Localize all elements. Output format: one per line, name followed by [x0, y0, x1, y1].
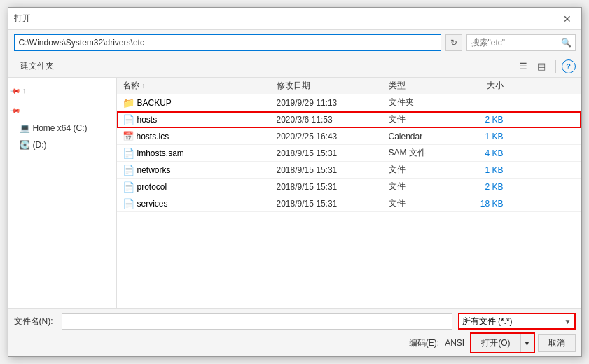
- folder-icon: 📁: [123, 97, 134, 108]
- file-icon: 📄: [123, 114, 134, 125]
- file-icon: 📄: [123, 198, 134, 209]
- file-name-text: hosts: [137, 115, 158, 125]
- file-type-cell: 文件: [383, 164, 453, 176]
- help-button[interactable]: ?: [562, 59, 576, 74]
- file-name-cell: 📄 services: [117, 198, 271, 209]
- view-list-button[interactable]: ☰: [515, 58, 532, 75]
- file-list-header: 名称 ↑ 修改日期 类型 大小: [117, 78, 581, 94]
- open-dialog: 打开 ✕ ↻ 🔍 建文件夹 ☰ ▤ ? 📌 ↑ 📌: [8, 7, 582, 357]
- title-bar: 打开 ✕: [8, 8, 581, 30]
- file-name-cell: 📅 hosts.ics: [117, 131, 271, 141]
- table-row[interactable]: 📄 networks 2018/9/15 15:31 文件 1 KB: [117, 162, 581, 178]
- pin-icon: 📌: [9, 85, 20, 96]
- main-content: 📌 ↑ 📌 💻 Home x64 (C:) 💽 (D:) 名称 ↑: [8, 78, 581, 308]
- toolbar-divider: [555, 60, 556, 73]
- search-icon: 🔍: [558, 34, 575, 51]
- file-icon: 📄: [123, 181, 134, 192]
- file-date-cell: 2018/9/15 15:31: [271, 182, 383, 192]
- dialog-title: 打开: [14, 13, 31, 24]
- sort-arrow-icon: ↑: [142, 82, 146, 90]
- file-name-text: BACKUP: [137, 98, 172, 108]
- file-size-cell: 1 KB: [453, 165, 509, 175]
- drive-d-icon: 💽: [20, 140, 30, 150]
- file-icon: 📄: [123, 164, 134, 176]
- file-rows-container: 📁 BACKUP 2019/9/29 11:13 文件夹 📄 hosts 202…: [117, 94, 581, 212]
- sidebar-pin-area: 📌 ↑: [8, 80, 116, 100]
- drive-c-icon: 💻: [20, 123, 30, 133]
- table-row[interactable]: 📄 services 2018/9/15 15:31 文件 18 KB: [117, 195, 581, 212]
- calendar-icon: 📅: [123, 131, 134, 141]
- table-row[interactable]: 📄 hosts 2020/3/6 11:53 文件 2 KB: [117, 111, 581, 128]
- pin-icon2: 📌: [9, 104, 20, 115]
- file-list-container: 名称 ↑ 修改日期 类型 大小 📁 BACKUP 2019/9/29 11:13…: [117, 78, 581, 308]
- sidebar: 📌 ↑ 📌 💻 Home x64 (C:) 💽 (D:): [8, 78, 117, 308]
- filetype-select-wrapper[interactable]: 所有文件 (*.*) ▼: [458, 313, 576, 330]
- address-bar: ↻ 🔍: [8, 30, 581, 55]
- file-name-cell: 📄 hosts: [117, 114, 271, 125]
- file-icon: 📄: [123, 148, 134, 159]
- encoding-value: ANSI: [445, 338, 464, 348]
- file-name-text: protocol: [137, 182, 167, 192]
- open-dropdown-arrow[interactable]: ▼: [521, 334, 534, 352]
- file-name-text: hosts.ics: [137, 132, 169, 141]
- toolbar: 建文件夹 ☰ ▤ ?: [8, 55, 581, 78]
- file-type-cell: 文件: [383, 113, 453, 125]
- file-name-text: networks: [137, 165, 171, 175]
- filetype-dropdown-arrow: ▼: [564, 318, 574, 326]
- file-date-cell: 2018/9/15 15:31: [271, 199, 383, 209]
- file-type-cell: 文件: [383, 181, 453, 192]
- bottom-area: 文件名(N): 所有文件 (*.*) ▼ 编码(E): ANSI 打开(O) ▼…: [8, 308, 581, 356]
- file-size-cell: 2 KB: [453, 115, 509, 125]
- drive-d-label: (D:): [33, 140, 47, 150]
- new-folder-button[interactable]: 建文件夹: [14, 58, 60, 75]
- col-date-header[interactable]: 修改日期: [271, 80, 383, 92]
- file-type-cell: 文件: [383, 197, 453, 209]
- file-size-cell: 18 KB: [453, 199, 509, 209]
- cancel-button[interactable]: 取消: [538, 334, 576, 352]
- open-button-wrapper: 打开(O) ▼: [470, 332, 534, 354]
- refresh-button[interactable]: ↻: [445, 34, 462, 51]
- file-name-text: lmhosts.sam: [137, 148, 184, 158]
- filename-input[interactable]: [62, 313, 452, 330]
- open-button[interactable]: 打开(O): [471, 334, 520, 352]
- view-buttons: ☰ ▤: [515, 58, 550, 75]
- file-name-cell: 📄 protocol: [117, 181, 271, 192]
- filename-label: 文件名(N):: [14, 316, 56, 328]
- table-row[interactable]: 📅 hosts.ics 2020/2/25 16:43 Calendar 1 K…: [117, 128, 581, 145]
- file-name-cell: 📁 BACKUP: [117, 97, 271, 108]
- encoding-row: 编码(E): ANSI 打开(O) ▼ 取消: [14, 332, 576, 354]
- sidebar-item-c-drive[interactable]: 💻 Home x64 (C:): [8, 120, 116, 136]
- file-size-cell: 4 KB: [453, 148, 509, 158]
- sidebar-item-d-drive[interactable]: 💽 (D:): [8, 136, 116, 153]
- view-details-button[interactable]: ▤: [533, 58, 550, 75]
- filename-row: 文件名(N): 所有文件 (*.*) ▼: [14, 313, 576, 330]
- file-size-cell: 1 KB: [453, 132, 509, 141]
- file-date-cell: 2020/2/25 16:43: [271, 132, 383, 141]
- sidebar-pin-area2: 📌: [8, 100, 116, 120]
- file-type-cell: 文件夹: [383, 97, 453, 108]
- file-name-cell: 📄 networks: [117, 164, 271, 176]
- file-date-cell: 2018/9/15 15:31: [271, 165, 383, 175]
- search-input[interactable]: [467, 38, 558, 48]
- title-bar-left: 打开: [14, 13, 31, 24]
- file-type-cell: SAM 文件: [383, 147, 453, 159]
- file-name-cell: 📄 lmhosts.sam: [117, 148, 271, 159]
- address-input[interactable]: [14, 34, 441, 51]
- col-size-header[interactable]: 大小: [453, 80, 509, 92]
- table-row[interactable]: 📄 protocol 2018/9/15 15:31 文件 2 KB: [117, 178, 581, 195]
- table-row[interactable]: 📁 BACKUP 2019/9/29 11:13 文件夹: [117, 94, 581, 111]
- file-type-cell: Calendar: [383, 132, 453, 141]
- close-button[interactable]: ✕: [559, 10, 576, 27]
- file-name-text: services: [137, 199, 168, 209]
- table-row[interactable]: 📄 lmhosts.sam 2018/9/15 15:31 SAM 文件 4 K…: [117, 145, 581, 162]
- bottom-buttons: 打开(O) ▼ 取消: [470, 332, 575, 354]
- file-date-cell: 2018/9/15 15:31: [271, 148, 383, 158]
- file-date-cell: 2020/3/6 11:53: [271, 115, 383, 125]
- drive-c-label: Home x64 (C:): [33, 123, 88, 133]
- col-type-header[interactable]: 类型: [383, 80, 453, 92]
- encoding-label: 编码(E):: [409, 337, 439, 349]
- col-name-header[interactable]: 名称 ↑: [117, 80, 271, 92]
- file-date-cell: 2019/9/29 11:13: [271, 98, 383, 108]
- filetype-select[interactable]: 所有文件 (*.*): [459, 314, 564, 328]
- file-size-cell: 2 KB: [453, 182, 509, 192]
